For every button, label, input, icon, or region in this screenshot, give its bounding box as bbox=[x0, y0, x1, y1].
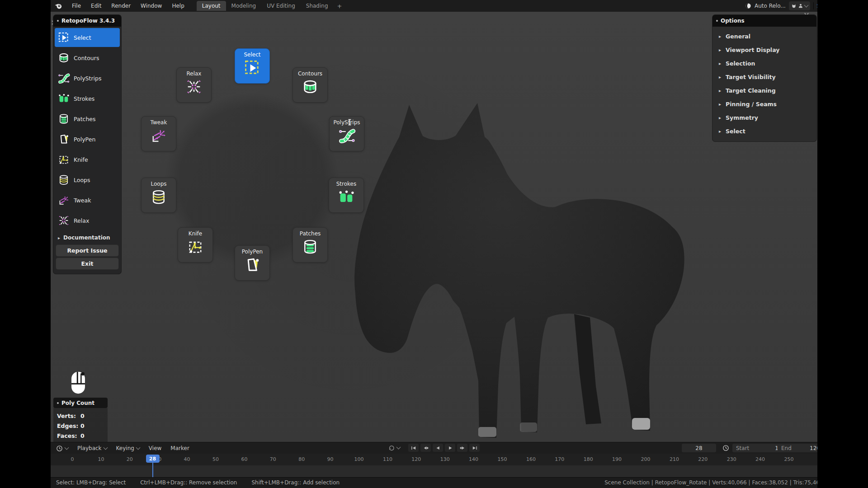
timeline-menu-playback[interactable]: Playback bbox=[73, 445, 112, 451]
timeline-ruler[interactable]: 0102030405060708090100110120130140150160… bbox=[51, 454, 817, 465]
tool-polypen[interactable]: PolyPen bbox=[55, 130, 120, 149]
editor-type-selector[interactable] bbox=[51, 445, 73, 452]
playhead[interactable]: 28 bbox=[146, 455, 160, 463]
tool-strokes[interactable]: Strokes bbox=[55, 89, 120, 108]
jump-to-start-button[interactable] bbox=[408, 444, 419, 452]
knife-icon bbox=[57, 153, 70, 166]
view-layer-icon bbox=[798, 3, 803, 9]
timeline-menu-keying[interactable]: Keying bbox=[112, 445, 144, 451]
pie-strokes-button[interactable]: Strokes bbox=[329, 178, 364, 213]
tool-relax[interactable]: Relax bbox=[55, 211, 120, 230]
strokes-icon bbox=[57, 92, 70, 105]
panel-collapse-dot-icon bbox=[57, 402, 59, 404]
play-reverse-button[interactable] bbox=[433, 444, 443, 452]
globe-icon bbox=[745, 3, 751, 9]
options-item-label: Select bbox=[726, 128, 745, 135]
hint-remove-selection: Ctrl+LMB+Drag:: Remove selection bbox=[140, 479, 237, 486]
play-button[interactable] bbox=[445, 444, 455, 452]
ruler-tick: 90 bbox=[327, 456, 334, 462]
options-item-label: Viewport Display bbox=[726, 47, 779, 53]
poly-count-header[interactable]: Poly Count bbox=[53, 398, 108, 408]
auto-keyframe-clock-icon[interactable] bbox=[722, 445, 729, 451]
tab-shading[interactable]: Shading bbox=[301, 1, 334, 11]
tool-polystrips[interactable]: PolyStrips bbox=[55, 69, 120, 88]
timeline-menu-marker[interactable]: Marker bbox=[166, 445, 193, 451]
menu-file[interactable]: File bbox=[67, 1, 86, 11]
relax-icon bbox=[57, 214, 70, 227]
pie-select-button[interactable]: Select bbox=[235, 48, 270, 84]
chevron-down-icon[interactable] bbox=[396, 445, 401, 450]
hint-add-selection: Shift+LMB+Drag:: Add selection bbox=[251, 479, 340, 486]
ruler-tick: 50 bbox=[212, 456, 219, 462]
retopoflow-panel-header[interactable]: RetopoFlow 3.4.3 bbox=[53, 15, 121, 27]
tool-label: PolyPen bbox=[74, 136, 95, 143]
end-label: End bbox=[781, 445, 792, 451]
options-item-symmetry[interactable]: ▸Symmetry bbox=[712, 111, 816, 124]
scene-selector[interactable] bbox=[789, 1, 810, 10]
start-frame-field[interactable]: Start 1 bbox=[732, 444, 782, 452]
pie-polystrips-button[interactable]: PolyStrips bbox=[329, 116, 364, 151]
ruler-tick: 120 bbox=[411, 456, 421, 462]
end-frame-field[interactable]: End 120 bbox=[778, 444, 817, 452]
tool-select[interactable]: Select bbox=[55, 28, 120, 47]
next-keyframe-button[interactable] bbox=[457, 444, 467, 452]
options-item-target-visibility[interactable]: ▸Target Visibility bbox=[712, 70, 816, 84]
sync-icon[interactable] bbox=[388, 444, 395, 451]
horse-model bbox=[335, 97, 705, 445]
pie-patches-button[interactable]: Patches bbox=[292, 227, 328, 263]
documentation-expander[interactable]: ▸ Documentation bbox=[53, 232, 121, 243]
tool-knife[interactable]: Knife bbox=[55, 150, 120, 169]
scene-name-label: Scer bbox=[817, 3, 817, 9]
pie-polystrips-label: PolyStrips bbox=[333, 119, 360, 126]
tab-layout[interactable]: Layout bbox=[197, 1, 226, 11]
tab-modeling[interactable]: Modeling bbox=[226, 1, 262, 11]
options-panel-header[interactable]: Options bbox=[712, 15, 816, 27]
tool-patches[interactable]: Patches bbox=[55, 109, 120, 128]
menu-window[interactable]: Window bbox=[136, 1, 167, 11]
expand-arrow-icon: ▸ bbox=[719, 115, 721, 120]
menu-edit[interactable]: Edit bbox=[86, 1, 106, 11]
hint-select: Select: LMB+Drag: Select bbox=[56, 479, 126, 486]
options-item-viewport-display[interactable]: ▸Viewport Display bbox=[712, 43, 816, 56]
expand-arrow-icon: ▸ bbox=[719, 61, 721, 66]
mouse-hint-icon bbox=[68, 370, 89, 396]
timeline-menu-view[interactable]: View bbox=[144, 445, 166, 451]
ruler-tick: 20 bbox=[127, 456, 133, 462]
pie-relax-button[interactable]: Relax bbox=[176, 67, 212, 103]
tool-contours[interactable]: Contours bbox=[55, 48, 120, 67]
add-workspace-button[interactable]: + bbox=[334, 2, 346, 10]
menu-help[interactable]: Help bbox=[167, 1, 189, 11]
options-panel: Options ▸General ▸Viewport Display ▸Sele… bbox=[712, 15, 816, 141]
timeline-track[interactable] bbox=[51, 465, 817, 477]
ruler-tick: 140 bbox=[469, 456, 478, 462]
auto-save-label: Auto Relo... bbox=[755, 3, 786, 9]
tab-uv-editing[interactable]: UV Editing bbox=[261, 1, 301, 11]
options-item-target-cleaning[interactable]: ▸Target Cleaning bbox=[712, 84, 816, 97]
options-item-general[interactable]: ▸General bbox=[712, 29, 816, 43]
pie-knife-button[interactable]: Knife bbox=[178, 227, 213, 263]
menu-label: Marker bbox=[170, 445, 189, 451]
blender-logo-icon[interactable] bbox=[54, 2, 62, 10]
options-item-select[interactable]: ▸Select bbox=[712, 124, 816, 138]
options-item-pinning-seams[interactable]: ▸Pinning / Seams bbox=[712, 97, 816, 111]
options-item-label: Selection bbox=[726, 60, 755, 67]
exit-button[interactable]: Exit bbox=[56, 258, 118, 269]
select-icon bbox=[243, 59, 261, 77]
chevron-down-icon bbox=[103, 446, 108, 450]
pie-tweak-button[interactable]: Tweak bbox=[141, 116, 176, 151]
tool-loops[interactable]: Loops bbox=[55, 170, 120, 189]
chevron-down-icon bbox=[804, 3, 808, 8]
ruler-tick: 70 bbox=[270, 456, 276, 462]
pie-loops-button[interactable]: Loops bbox=[141, 178, 176, 213]
menu-render[interactable]: Render bbox=[106, 1, 136, 11]
options-item-selection[interactable]: ▸Selection bbox=[712, 56, 816, 70]
previous-keyframe-button[interactable] bbox=[420, 444, 431, 452]
jump-to-end-button[interactable] bbox=[469, 444, 480, 452]
tool-tweak[interactable]: Tweak bbox=[55, 191, 120, 210]
current-frame-field[interactable]: 28 bbox=[682, 444, 716, 452]
pie-contours-button[interactable]: Contours bbox=[292, 67, 328, 103]
faces-row: Faces:0 bbox=[57, 431, 108, 441]
report-issue-button[interactable]: Report Issue bbox=[56, 245, 118, 256]
chevron-down-icon bbox=[136, 446, 140, 450]
pie-polypen-button[interactable]: PolyPen bbox=[235, 245, 270, 281]
